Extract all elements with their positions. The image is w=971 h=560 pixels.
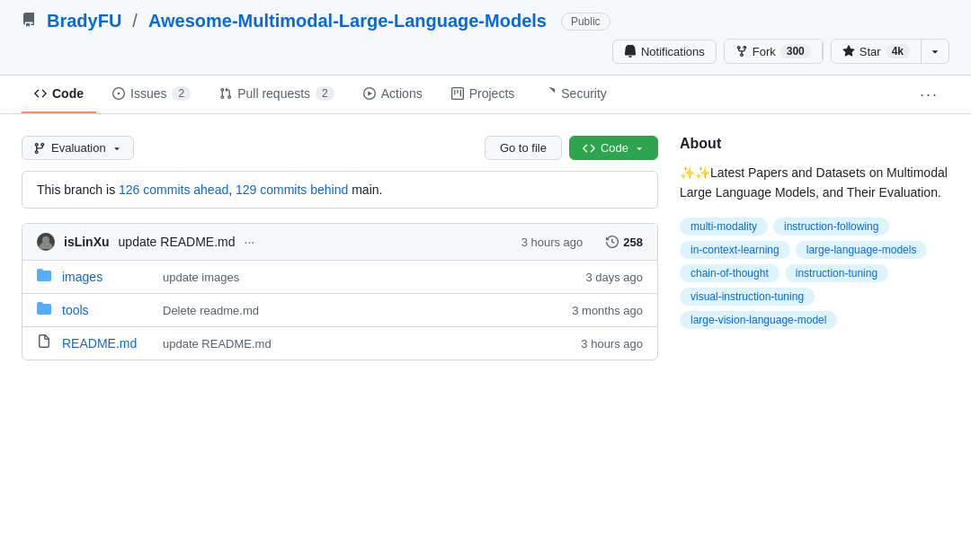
commit-count: 258 [623, 236, 643, 249]
commit-history[interactable]: 258 [606, 236, 643, 249]
tab-code[interactable]: Code [22, 76, 96, 113]
repo-separator: / [132, 11, 138, 31]
ahead-link[interactable]: 126 commits ahead [119, 182, 228, 197]
repo-owner-link[interactable]: BradyFU [47, 11, 121, 31]
bell-icon [624, 45, 637, 58]
tab-projects-label: Projects [469, 86, 515, 101]
branch-toolbar: Evaluation Go to file Code [22, 136, 658, 160]
branch-notice-comma: , [228, 182, 236, 197]
tag-instruction-tuning[interactable]: instruction-tuning [785, 264, 888, 282]
table-row: tools Delete readme.md 3 months ago [22, 294, 657, 327]
top-actions: Notifications Fork 300 Star 4k [612, 39, 949, 64]
about-description: ✨✨Latest Papers and Datasets on Multimod… [680, 163, 949, 203]
issues-icon [112, 87, 125, 100]
file-commit-tools: Delete readme.md [163, 304, 561, 317]
file-commit-images: update images [163, 271, 575, 284]
code-button[interactable]: Code [569, 136, 658, 160]
go-to-file-button[interactable]: Go to file [485, 136, 562, 160]
fork-count: 300 [780, 44, 811, 58]
tab-issues[interactable]: Issues 2 [100, 76, 203, 113]
folder-icon [37, 268, 51, 286]
notifications-button[interactable]: Notifications [612, 40, 717, 64]
repo-icon [22, 13, 36, 30]
chevron-down-icon [929, 45, 941, 58]
projects-icon [451, 87, 464, 100]
tag-visual-instruction-tuning[interactable]: visual-instruction-tuning [680, 288, 815, 306]
file-commit-readme: update README.md [163, 337, 570, 351]
tag-large-vision-language-model[interactable]: large-vision-language-model [680, 311, 837, 329]
commit-time: 3 hours ago [521, 236, 583, 249]
nav-tabs: Code Issues 2 Pull requests 2 Actions Pr… [0, 76, 971, 114]
star-dropdown-button[interactable] [922, 40, 949, 63]
main-content: Evaluation Go to file Code This branch i… [0, 114, 971, 382]
file-name-images[interactable]: images [62, 270, 152, 284]
pull-request-icon [219, 87, 232, 100]
more-options-button[interactable]: ··· [909, 78, 949, 111]
tab-projects[interactable]: Projects [439, 76, 528, 113]
fork-label: Fork [753, 45, 776, 58]
code-btn-label: Code [601, 141, 628, 155]
tab-pull-requests[interactable]: Pull requests 2 [207, 76, 347, 113]
tab-pr-label: Pull requests [237, 86, 310, 101]
about-title: About [680, 136, 949, 152]
tab-security-label: Security [561, 86, 607, 101]
file-date-readme: 3 hours ago [581, 337, 643, 351]
right-panel: About ✨✨Latest Papers and Datasets on Mu… [680, 136, 949, 360]
star-button[interactable]: Star 4k [832, 40, 922, 63]
folder-icon [37, 301, 51, 319]
table-row: README.md update README.md 3 hours ago [22, 327, 657, 360]
issues-badge: 2 [172, 86, 191, 101]
tag-large-language-models[interactable]: large-language-models [796, 241, 928, 259]
file-table-header: isLinXu update README.md ··· 3 hours ago… [22, 224, 657, 261]
dropdown-icon [111, 143, 122, 154]
author-avatar [37, 233, 55, 251]
visibility-badge: Public [561, 13, 610, 31]
file-date-images: 3 days ago [585, 271, 643, 284]
tag-chain-of-thought[interactable]: chain-of-thought [680, 264, 779, 282]
security-icon [543, 87, 556, 100]
commit-author[interactable]: isLinXu [64, 235, 110, 249]
file-name-readme[interactable]: README.md [62, 336, 152, 351]
history-icon [606, 236, 619, 248]
tab-actions[interactable]: Actions [351, 76, 435, 113]
pr-badge: 2 [316, 86, 334, 101]
code-btn-icon [583, 142, 595, 155]
actions-icon [363, 87, 376, 100]
file-name-tools[interactable]: tools [62, 303, 152, 317]
branch-name: Evaluation [51, 141, 106, 155]
top-bar: BradyFU / Awesome-Multimodal-Large-Langu… [0, 0, 971, 76]
file-icon [37, 334, 51, 352]
branch-notice: This branch is 126 commits ahead, 129 co… [22, 171, 658, 209]
code-icon [34, 87, 47, 100]
branch-icon [33, 142, 46, 155]
notifications-label: Notifications [641, 45, 705, 58]
branch-notice-text-before: This branch is [37, 182, 119, 197]
star-count: 4k [886, 44, 910, 58]
file-table: isLinXu update README.md ··· 3 hours ago… [22, 223, 658, 360]
fork-icon [735, 45, 748, 58]
star-label: Star [860, 45, 881, 58]
branch-notice-text-after: main. [348, 182, 382, 197]
code-dropdown-icon [634, 143, 645, 154]
tab-issues-label: Issues [130, 86, 166, 101]
table-row: images update images 3 days ago [22, 261, 657, 294]
tag-in-context-learning[interactable]: in-context-learning [680, 241, 790, 259]
tab-security[interactable]: Security [530, 76, 619, 113]
repo-name-link[interactable]: Awesome-Multimodal-Large-Language-Models [148, 11, 547, 31]
go-to-file-label: Go to file [500, 141, 547, 155]
branch-selector-button[interactable]: Evaluation [22, 136, 134, 160]
star-icon [842, 45, 855, 58]
left-panel: Evaluation Go to file Code This branch i… [22, 136, 658, 360]
commit-message: update README.md [119, 235, 236, 249]
behind-link[interactable]: 129 commits behind [236, 182, 348, 197]
file-date-tools: 3 months ago [572, 304, 643, 317]
tags-container: multi-modality instruction-following in-… [680, 218, 949, 329]
tag-multi-modality[interactable]: multi-modality [680, 218, 768, 236]
fork-button[interactable]: Fork 300 [725, 40, 823, 63]
commit-dots[interactable]: ··· [245, 235, 255, 249]
tab-actions-label: Actions [381, 86, 423, 101]
tab-code-label: Code [52, 86, 84, 101]
tag-instruction-following[interactable]: instruction-following [773, 218, 889, 236]
